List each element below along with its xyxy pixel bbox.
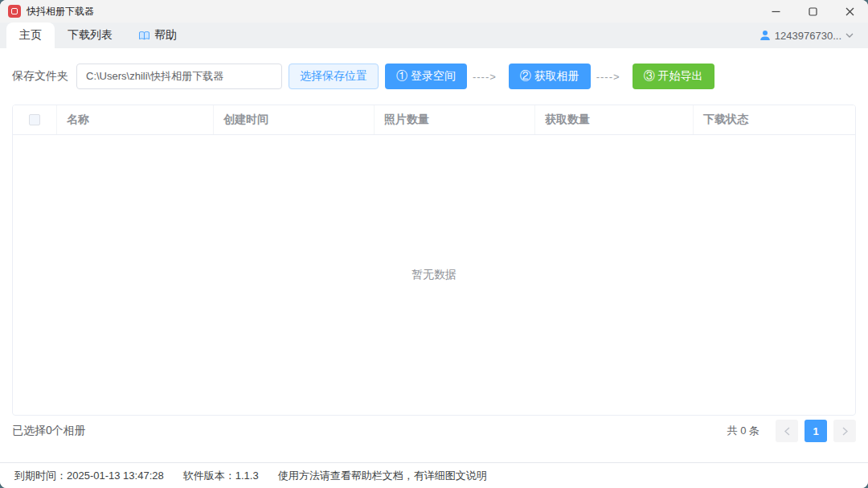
column-header-download-status: 下载状态	[694, 105, 855, 134]
list-footer: 已选择0个相册 共 0 条 1	[0, 416, 868, 446]
album-table: 名称 创建时间 照片数量 获取数量 下载状态 暂无数据	[12, 105, 856, 416]
table-body: 暂无数据	[13, 135, 855, 415]
select-all-checkbox[interactable]	[29, 114, 40, 125]
choose-location-button[interactable]: 选择保存位置	[289, 64, 379, 89]
fetch-albums-button[interactable]: ② 获取相册	[509, 64, 591, 89]
flow-arrow: ---->	[473, 71, 497, 83]
tab-help-label: 帮助	[154, 28, 177, 43]
page-number-button[interactable]: 1	[805, 420, 827, 442]
pagination: 共 0 条 1	[727, 420, 856, 442]
total-count-text: 共 0 条	[727, 424, 760, 438]
tab-help[interactable]: 帮助	[125, 23, 190, 48]
toolbar: 保存文件夹 选择保存位置 ① 登录空间 ----> ② 获取相册 ----> ③…	[0, 48, 868, 105]
tab-home-label: 主页	[19, 28, 42, 43]
column-header-fetched-count: 获取数量	[535, 105, 694, 134]
book-icon	[138, 31, 150, 41]
close-button[interactable]	[831, 0, 868, 23]
tab-download-list-label: 下载列表	[68, 28, 113, 43]
minimize-button[interactable]	[757, 0, 794, 23]
tab-download-list[interactable]: 下载列表	[55, 23, 125, 48]
main-content: 保存文件夹 选择保存位置 ① 登录空间 ----> ② 获取相册 ----> ③…	[0, 48, 868, 462]
next-page-button[interactable]	[833, 420, 856, 442]
app-logo-icon	[8, 5, 21, 18]
empty-state-text: 暂无数据	[411, 268, 457, 282]
selection-count-text: 已选择0个相册	[12, 424, 86, 438]
window-controls	[757, 0, 868, 23]
tab-bar: 主页 下载列表 帮助 1243976730...	[0, 23, 868, 48]
prev-page-button[interactable]	[776, 420, 798, 442]
table-header-row: 名称 创建时间 照片数量 获取数量 下载状态	[13, 105, 855, 135]
chevron-down-icon	[845, 33, 854, 38]
app-window: 快抖相册下载器 主页 下载列表	[0, 0, 868, 488]
title-bar: 快抖相册下载器	[0, 0, 868, 23]
user-account-dropdown[interactable]: 1243976730...	[760, 30, 854, 42]
save-folder-label: 保存文件夹	[12, 69, 68, 84]
start-export-button[interactable]: ③ 开始导出	[633, 64, 714, 89]
expiry-time-text: 到期时间：2025-01-13 13:47:28	[14, 469, 164, 483]
user-icon	[760, 30, 771, 41]
maximize-button[interactable]	[794, 0, 831, 23]
flow-arrow: ---->	[596, 71, 620, 83]
column-header-created: 创建时间	[214, 105, 375, 134]
tab-home[interactable]: 主页	[6, 23, 55, 48]
window-title: 快抖相册下载器	[27, 5, 94, 18]
save-path-input[interactable]	[76, 64, 282, 89]
user-id-text: 1243976730...	[775, 30, 841, 42]
column-header-photo-count: 照片数量	[375, 105, 535, 134]
select-all-cell	[13, 105, 57, 134]
login-space-button[interactable]: ① 登录空间	[385, 64, 467, 89]
version-text: 软件版本：1.1.3	[183, 469, 259, 483]
usage-hint-text: 使用方法请查看帮助栏文档，有详细图文说明	[278, 469, 487, 483]
column-header-name: 名称	[57, 105, 214, 134]
status-bar: 到期时间：2025-01-13 13:47:28 软件版本：1.1.3 使用方法…	[0, 462, 868, 488]
